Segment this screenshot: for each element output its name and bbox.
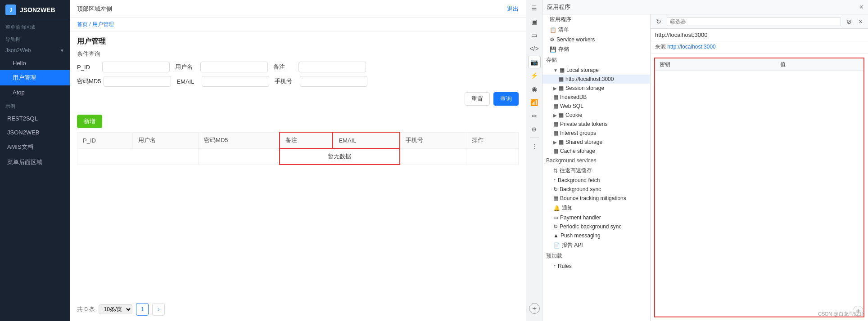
group1-header[interactable]: Json2Web ▼ xyxy=(0,45,70,56)
search-section: 条件查询 P_ID 用户名 备注 密码MD5 EMAIL xyxy=(70,50,526,107)
push-icon: ▲ xyxy=(553,232,559,239)
dt-icon-sources[interactable]: </> xyxy=(528,42,541,55)
sidebar-item-bottom[interactable]: 菜单后面区域 xyxy=(0,155,70,170)
shared-icon: ▦ xyxy=(559,139,564,145)
breadcrumb-home[interactable]: 首页 xyxy=(77,21,88,27)
tree-reporting-api[interactable]: 📄 报告 API xyxy=(542,240,650,250)
field-username-input[interactable] xyxy=(200,62,268,72)
sidebar-item-atop[interactable]: Atop xyxy=(0,85,70,99)
sidebar-item-user-management[interactable]: 用户管理 xyxy=(0,70,70,85)
dt-icon-console[interactable]: ▣ xyxy=(528,15,541,28)
push-label: Push messaging xyxy=(561,232,601,239)
detail-table-container: 密钥 值 xyxy=(654,58,864,317)
reset-button[interactable]: 重置 xyxy=(465,92,490,106)
sidebar-item-hello[interactable]: Hello xyxy=(0,56,70,70)
dt-icon-elements[interactable]: ☰ xyxy=(528,2,541,14)
field-phone: 手机号 xyxy=(275,76,367,87)
dt-icon-network[interactable]: ▭ xyxy=(528,29,541,41)
cookie-arrow: ▶ xyxy=(553,113,557,118)
search-row-2: 密码MD5 EMAIL 手机号 xyxy=(77,76,519,87)
search-button[interactable]: 查询 xyxy=(493,92,519,106)
field-pwd-input[interactable] xyxy=(104,76,171,87)
breadcrumb-current: 用户管理 xyxy=(92,21,114,27)
dt-icon-security[interactable]: ✏ xyxy=(528,110,541,122)
dt-icon-memory[interactable]: ◉ xyxy=(528,83,541,95)
tree-indexed-db[interactable]: ▦ IndexedDB xyxy=(542,93,650,102)
field-username: 用户名 xyxy=(175,62,268,72)
dt-add-panel-btn[interactable]: + xyxy=(529,303,540,314)
detail-table-header: 密钥 值 xyxy=(655,58,863,71)
tree-cache-storage[interactable]: ▦ Cache storage xyxy=(542,147,650,156)
tree-web-sql[interactable]: ▦ Web SQL xyxy=(542,102,650,111)
tree-bounce-tracking[interactable]: ▦ Bounce tracking mitigations xyxy=(542,194,650,203)
clear-filter-btn[interactable]: × xyxy=(857,17,864,26)
tree-local-storage[interactable]: ▼ ▦ Local storage xyxy=(542,66,650,75)
field-phone-label: 手机号 xyxy=(275,77,297,85)
sidebar-item-amis[interactable]: AMIS文档 xyxy=(0,139,70,155)
page-next-btn[interactable]: › xyxy=(152,303,165,316)
field-pid: P_ID xyxy=(77,62,170,72)
detail-url: http://localhost:3000 xyxy=(651,29,868,41)
per-page-select[interactable]: 10条/页 20条/页 50条/页 xyxy=(99,304,132,314)
field-remark-input[interactable] xyxy=(298,62,366,72)
dt-icon-more[interactable]: ⋮ xyxy=(528,140,541,152)
tree-back-forward[interactable]: ⇅ 往返高速缓存 xyxy=(542,165,650,176)
dt-icon-settings[interactable]: ⚙ xyxy=(528,123,541,136)
tree-payment-handler[interactable]: ▭ Payment handler xyxy=(542,213,650,222)
col-phone: 手机号 xyxy=(400,132,466,148)
csdn-watermark: CSDN @白龙马5217 xyxy=(818,311,864,317)
topbar-title: 顶部区域左侧 xyxy=(77,5,112,13)
tree-notifications[interactable]: 🔔 通知 xyxy=(542,203,650,213)
tree-interest-groups[interactable]: ▦ Interest groups xyxy=(542,129,650,138)
sidebar-item-json2web[interactable]: JSON2WEB xyxy=(0,125,70,139)
notif-icon: 🔔 xyxy=(553,205,560,211)
sidebar-item-amis-label: AMIS文档 xyxy=(7,143,33,150)
tree-periodic-bg-sync[interactable]: ↻ Periodic background sync xyxy=(542,222,650,231)
field-pid-input[interactable] xyxy=(102,62,170,72)
tree-storage-header[interactable]: 💾 存储 xyxy=(542,44,650,54)
dt-icon-application[interactable]: 📷 xyxy=(528,56,541,68)
manifest-label: 清单 xyxy=(558,26,569,34)
bgf-icon: ↑ xyxy=(553,177,556,183)
wsql-icon: ▦ xyxy=(553,103,558,109)
tree-push-messaging[interactable]: ▲ Push messaging xyxy=(542,231,650,240)
logout-btn[interactable]: 退出 xyxy=(507,5,519,13)
tree-bg-sync[interactable]: ↻ Background sync xyxy=(542,185,650,194)
block-btn[interactable]: ⊘ xyxy=(845,17,854,26)
tree-private-state[interactable]: ▦ Private state tokens xyxy=(542,120,650,129)
tree-shared-storage[interactable]: ▶ ▦ Shared storage xyxy=(542,138,650,147)
tree-cookie[interactable]: ▶ ▦ Cookie xyxy=(542,111,650,120)
tree-rules[interactable]: ↑ Rules xyxy=(542,262,650,271)
main-area: 顶部区域左侧 退出 首页 / 用户管理 用户管理 条件查询 P_ID 用户名 备… xyxy=(70,0,526,321)
tree-bg-fetch[interactable]: ↑ Background fetch xyxy=(542,176,650,185)
detail-table: 密钥 值 xyxy=(655,58,863,71)
filter-input[interactable] xyxy=(667,17,841,26)
localhost-label: http://localhost:3000 xyxy=(565,76,614,82)
pst-label: Private state tokens xyxy=(560,121,607,127)
nav-label: 导航树 xyxy=(0,32,70,45)
refresh-btn[interactable]: ↻ xyxy=(654,17,663,26)
detail-toolbar: ↻ ⊘ × xyxy=(651,14,868,29)
tree-session-storage[interactable]: ▶ ▦ Session storage xyxy=(542,84,650,93)
tree-service-workers[interactable]: ⚙ Service workers xyxy=(542,35,650,44)
field-email-input[interactable] xyxy=(202,76,269,87)
field-phone-input[interactable] xyxy=(300,76,367,87)
total-count: 共 0 条 xyxy=(77,305,95,313)
tree-localhost[interactable]: ▦ http://localhost:3000 xyxy=(542,75,650,84)
devtools-panel: ☰ ▣ ▭ </> 📷 ⚡ ◉ 📶 ✏ ⚙ ⋮ + 应用程序 × 应用程序 xyxy=(526,0,868,321)
pbs-label: Periodic background sync xyxy=(560,223,621,230)
dt-icon-performance[interactable]: ⚡ xyxy=(528,69,541,82)
page-1-btn[interactable]: 1 xyxy=(136,303,149,316)
add-button[interactable]: 新增 xyxy=(77,115,102,128)
col-username: 用户名 xyxy=(133,132,199,148)
sidebar-item-rest2sql[interactable]: REST2SQL xyxy=(0,111,70,125)
dt-icon-wifi[interactable]: 📶 xyxy=(528,96,541,109)
bgs-label: Background sync xyxy=(560,186,601,192)
tree-root[interactable]: 应用程序 xyxy=(542,14,650,25)
pagination: 共 0 条 10条/页 20条/页 50条/页 1 › xyxy=(70,298,526,321)
source-url[interactable]: http://localhost:3000 xyxy=(667,44,715,50)
tree-manifest[interactable]: 📋 清单 xyxy=(542,25,650,35)
data-table: P_ID 用户名 密码MD5 备注 EMAIL 手机号 操作 暂无数据 xyxy=(77,132,519,165)
devtools-close-btn[interactable]: × xyxy=(859,3,863,11)
col-remark: 备注 xyxy=(280,132,333,148)
